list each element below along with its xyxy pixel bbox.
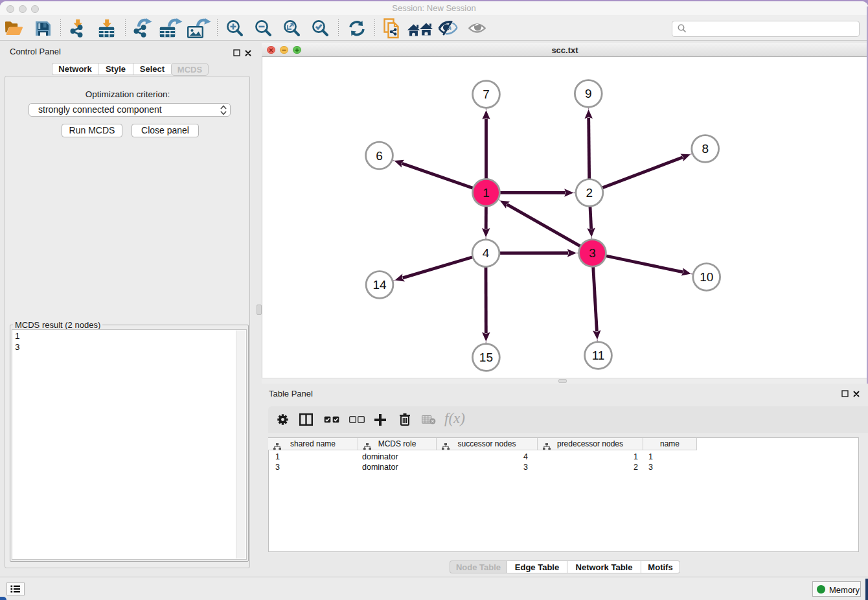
svg-text:4: 4 xyxy=(483,246,490,260)
svg-text:8: 8 xyxy=(702,142,709,156)
svg-text:11: 11 xyxy=(592,349,605,362)
svg-text:10: 10 xyxy=(700,270,713,284)
svg-text:15: 15 xyxy=(479,351,493,364)
svg-text:1: 1 xyxy=(483,186,490,200)
svg-text:6: 6 xyxy=(376,149,383,163)
svg-text:9: 9 xyxy=(585,87,592,100)
svg-text:7: 7 xyxy=(483,87,490,101)
svg-text:2: 2 xyxy=(586,186,593,200)
svg-text:3: 3 xyxy=(589,246,596,260)
svg-text:14: 14 xyxy=(372,278,387,292)
